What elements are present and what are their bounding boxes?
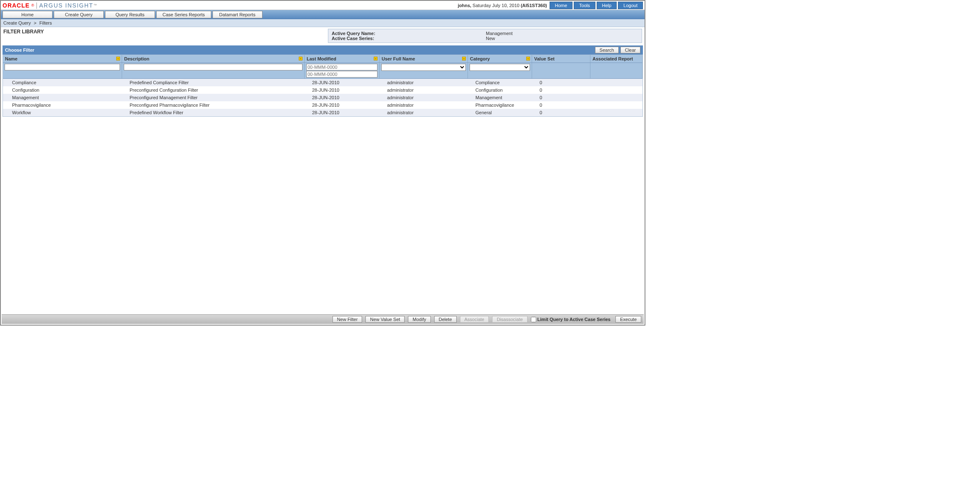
table-row[interactable]: CompliancePredefined Compliance Filter28… — [3, 79, 642, 86]
col-value-set[interactable]: Value Set — [532, 55, 590, 63]
cell-val: 0 — [532, 79, 590, 86]
active-info-panel: Active Query Name: Management Active Cas… — [328, 29, 642, 43]
breadcrumb-sep: > — [34, 20, 36, 25]
active-case-series-label: Active Case Series: — [332, 36, 486, 41]
top-tools-button[interactable]: Tools — [574, 2, 595, 9]
limit-query-label[interactable]: Limit Query to Active Case Series — [531, 317, 611, 322]
cell-desc: Predefined Compliance Filter — [122, 79, 305, 86]
filter-date-to-input[interactable] — [306, 71, 378, 78]
filter-panel-title: Choose Filter — [5, 48, 34, 53]
new-filter-button[interactable]: New Filter — [332, 316, 362, 323]
delete-button[interactable]: Delete — [434, 316, 457, 323]
active-case-series-value: New — [486, 36, 638, 41]
cell-user: administrator — [380, 79, 468, 86]
cell-rep — [590, 109, 642, 116]
user-date: Saturday July 10, 2010 — [471, 3, 521, 8]
cell-rep — [590, 94, 642, 101]
sort-icon[interactable]: ▪ — [299, 57, 302, 60]
cell-user: administrator — [380, 86, 468, 94]
filter-panel-header: Choose Filter Search Clear — [2, 45, 643, 55]
breadcrumb-2: Filters — [40, 20, 52, 25]
cell-val: 0 — [532, 86, 590, 94]
user-info: johns, Saturday July 10, 2010 (AI51ST360… — [458, 3, 547, 8]
cell-mod: 28-JUN-2010 — [305, 94, 380, 101]
cell-mod: 28-JUN-2010 — [305, 79, 380, 86]
filter-date-from-input[interactable] — [306, 64, 378, 70]
sort-icon[interactable]: ▪ — [116, 57, 120, 60]
nav-case-series-reports[interactable]: Case Series Reports — [156, 11, 211, 18]
execute-button[interactable]: Execute — [615, 316, 641, 323]
footer-toolbar: New Filter New Value Set Modify Delete A… — [2, 314, 644, 324]
cell-cat: Management — [468, 94, 532, 101]
top-bar: ORACLE® | ARGUS INSIGHT™ johns, Saturday… — [1, 1, 645, 10]
col-name[interactable]: Name▪ — [3, 55, 122, 63]
nav-bar: Home Create Query Query Results Case Ser… — [1, 10, 645, 19]
cell-val: 0 — [532, 94, 590, 101]
sort-icon[interactable]: ▪ — [462, 57, 466, 60]
modify-button[interactable]: Modify — [408, 316, 430, 323]
cell-val: 0 — [532, 101, 590, 109]
cell-name: Workflow — [3, 109, 122, 116]
cell-desc: Preconfigured Configuration Filter — [122, 86, 305, 94]
top-help-button[interactable]: Help — [597, 2, 617, 9]
cell-cat: Configuration — [468, 86, 532, 94]
nav-create-query[interactable]: Create Query — [54, 11, 104, 18]
grid-body: CompliancePredefined Compliance Filter28… — [3, 79, 642, 116]
cell-mod: 28-JUN-2010 — [305, 101, 380, 109]
filter-name-input[interactable] — [5, 64, 120, 70]
top-logout-button[interactable]: Logout — [618, 2, 643, 9]
logo-tm: ™ — [93, 3, 97, 7]
disassociate-button[interactable]: Disassociate — [492, 316, 527, 323]
page-title: FILTER LIBRARY — [3, 29, 44, 35]
cell-name: Management — [3, 94, 122, 101]
cell-cat: Pharmacovigilance — [468, 101, 532, 109]
col-associated-report[interactable]: Associated Report — [590, 55, 642, 63]
cell-rep — [590, 79, 642, 86]
nav-home[interactable]: Home — [2, 11, 52, 18]
cell-mod: 28-JUN-2010 — [305, 86, 380, 94]
table-row[interactable]: WorkflowPredefined Workflow Filter28-JUN… — [3, 109, 642, 116]
associate-button[interactable]: Associate — [460, 316, 489, 323]
new-value-set-button[interactable]: New Value Set — [365, 316, 405, 323]
cell-val: 0 — [532, 109, 590, 116]
cell-mod: 28-JUN-2010 — [305, 109, 380, 116]
limit-query-text: Limit Query to Active Case Series — [538, 317, 611, 322]
logo-separator: | — [36, 2, 38, 9]
cell-name: Pharmacovigilance — [3, 101, 122, 109]
breadcrumb: Create Query > Filters — [1, 19, 645, 27]
breadcrumb-1[interactable]: Create Query — [3, 20, 31, 25]
grid-filter-row — [3, 63, 642, 79]
nav-query-results[interactable]: Query Results — [105, 11, 155, 18]
filter-category-select[interactable] — [470, 64, 530, 71]
sort-icon[interactable]: ▪ — [526, 57, 530, 60]
col-category[interactable]: Category▪ — [468, 55, 532, 63]
cell-user: administrator — [380, 109, 468, 116]
cell-user: administrator — [380, 101, 468, 109]
cell-name: Compliance — [3, 79, 122, 86]
top-home-button[interactable]: Home — [550, 2, 572, 9]
table-row[interactable]: ManagementPreconfigured Management Filte… — [3, 94, 642, 101]
limit-query-checkbox[interactable] — [531, 317, 536, 322]
cell-rep — [590, 86, 642, 94]
clear-button[interactable]: Clear — [620, 47, 640, 53]
logo-argus: ARGUS INSIGHT — [39, 2, 93, 9]
col-user-full-name[interactable]: User Full Name▪ — [380, 55, 468, 63]
cell-rep — [590, 101, 642, 109]
cell-cat: General — [468, 109, 532, 116]
grid-header: Name▪ Description▪ Last Modified▪ User F… — [3, 55, 642, 63]
filter-description-input[interactable] — [124, 64, 302, 70]
col-description[interactable]: Description▪ — [122, 55, 305, 63]
cell-user: administrator — [380, 94, 468, 101]
search-button[interactable]: Search — [595, 47, 619, 53]
logo-reg: ® — [31, 3, 34, 8]
cell-desc: Preconfigured Management Filter — [122, 94, 305, 101]
active-query-value: Management — [486, 31, 638, 36]
table-row[interactable]: ConfigurationPreconfigured Configuration… — [3, 86, 642, 94]
cell-name: Configuration — [3, 86, 122, 94]
table-row[interactable]: PharmacovigilancePreconfigured Pharmacov… — [3, 101, 642, 109]
sort-icon[interactable]: ▪ — [374, 57, 378, 60]
filter-grid: Name▪ Description▪ Last Modified▪ User F… — [2, 55, 643, 117]
col-last-modified[interactable]: Last Modified▪ — [305, 55, 380, 63]
nav-datamart-reports[interactable]: Datamart Reports — [212, 11, 262, 18]
filter-user-select[interactable] — [381, 64, 466, 71]
